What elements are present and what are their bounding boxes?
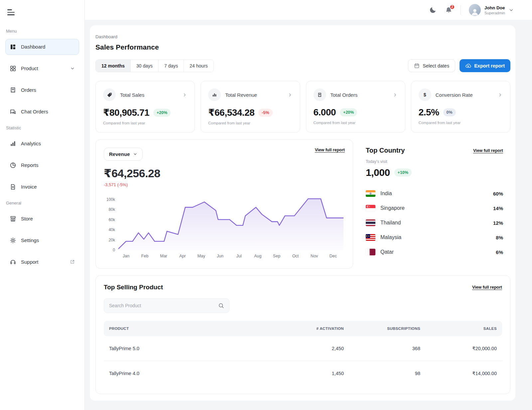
sidebar-item-settings[interactable]: Settings — [5, 232, 79, 248]
table-header-row: PRODUCT # ACTIVATION SUBSCRIPTIONS SALES — [104, 321, 502, 336]
cell-subscriptions: 98 — [349, 361, 426, 386]
sidebar-item-dashboard[interactable]: Dashboard — [5, 39, 79, 55]
dark-mode-toggle[interactable] — [429, 6, 437, 14]
sidebar-item-invoice[interactable]: Invoice — [5, 179, 79, 195]
sidebar-item-label: Orders — [21, 87, 36, 93]
revenue-view-full-report-link[interactable]: View full report — [315, 148, 345, 152]
sidebar-item-chat-orders[interactable]: Chat Orders — [5, 104, 79, 120]
stat-note: Compared from last year — [419, 121, 503, 125]
cell-product: TallyPrime 4.0 — [104, 361, 266, 386]
cell-sales: ₹20,000.00 — [426, 336, 502, 361]
store-icon — [10, 215, 16, 222]
cell-sales: ₹14,000.00 — [426, 361, 502, 386]
moon-icon — [429, 6, 437, 14]
sidebar-item-analytics[interactable]: Analytics — [5, 136, 79, 152]
bar-chart-icon — [208, 88, 221, 101]
country-row-qatar: Qatar 6% — [366, 245, 503, 259]
product-icon — [10, 65, 16, 72]
sidebar-item-support[interactable]: Support — [5, 254, 79, 270]
country-percent: 60% — [493, 191, 503, 197]
sidebar-item-label: Settings — [21, 237, 39, 243]
cell-subscriptions: 368 — [349, 336, 426, 361]
sidebar-item-product[interactable]: Product — [5, 61, 79, 76]
sidebar-item-label: Product — [21, 66, 66, 71]
headset-icon — [10, 259, 16, 265]
stat-cards: Total Sales ₹80,905.71 +20% Compared fro… — [95, 81, 510, 133]
country-percent: 12% — [493, 220, 503, 226]
stat-note: Compared from last year — [103, 121, 187, 125]
stat-details-button[interactable] — [393, 92, 398, 97]
sidebar-item-store[interactable]: Store — [5, 211, 79, 227]
metric-select[interactable]: Revenue — [104, 148, 143, 161]
user-menu[interactable]: John Doe Superadmin — [469, 4, 514, 16]
cell-product: TallyPrime 5.0 — [104, 336, 266, 361]
flag-india-icon — [366, 190, 375, 197]
hamburger-icon — [7, 9, 12, 10]
tab-30-days[interactable]: 30 days — [131, 60, 159, 72]
sidebar-item-label: Reports — [21, 162, 39, 168]
chevron-right-icon — [498, 92, 503, 97]
stat-details-button[interactable] — [288, 92, 293, 97]
visits-delta-badge: +10% — [394, 169, 412, 177]
top-country-panel: Top Country View full report Today’s vis… — [353, 139, 510, 269]
chevron-down-icon — [70, 66, 75, 71]
tab-12-months[interactable]: 12 months — [96, 60, 131, 72]
chat-icon — [10, 108, 16, 115]
select-dates-button[interactable]: Select dates — [408, 59, 455, 72]
stat-card-total-sales: Total Sales ₹80,905.71 +20% Compared fro… — [95, 81, 195, 133]
stat-delta-badge: +20% — [153, 109, 171, 117]
stat-note: Compared from last year — [208, 121, 292, 125]
cell-activation: 1,450 — [266, 361, 349, 386]
stat-label: Total Sales — [120, 92, 144, 98]
chevron-right-icon — [182, 92, 187, 97]
column-sales: SALES — [426, 321, 502, 336]
country-row-thailand: Thailand 12% — [366, 215, 503, 230]
topbar: 2 John Doe Superadmin — [85, 0, 532, 20]
topbar-divider — [461, 5, 461, 15]
page-header: Dashboard Sales Performance 12 months 30… — [90, 25, 515, 394]
search-input[interactable] — [109, 303, 215, 308]
avatar — [469, 4, 481, 16]
country-list: India 60% Singapore 14% — [366, 186, 503, 259]
sidebar-item-label: Dashboard — [21, 44, 45, 50]
tab-24-hours[interactable]: 24 hours — [184, 60, 213, 72]
sidebar-item-orders[interactable]: Orders — [5, 82, 79, 98]
stat-value: 2.5% — [419, 107, 439, 118]
gear-icon — [10, 237, 16, 244]
sidebar-item-reports[interactable]: Reports — [5, 157, 79, 173]
chart-y-axis: 100k80k 60k40k 20k0 — [104, 197, 115, 253]
tag-icon — [103, 88, 116, 101]
stat-delta-badge: -5% — [258, 109, 272, 117]
external-link-icon — [70, 259, 75, 264]
products-table: PRODUCT # ACTIVATION SUBSCRIPTIONS SALES… — [104, 321, 502, 386]
notifications-button[interactable]: 2 — [445, 6, 453, 14]
menu-toggle-button[interactable] — [7, 9, 15, 15]
stat-label: Conversion Rate — [436, 92, 473, 98]
stat-value: ₹80,905.71 — [103, 107, 149, 118]
table-row: TallyPrime 4.0 1,450 98 ₹14,000.00 — [104, 361, 502, 386]
time-range-tabs: 12 months 30 days 7 days 24 hours — [95, 60, 214, 72]
invoice-icon — [10, 184, 16, 190]
revenue-value: ₹64,256.28 — [104, 167, 345, 180]
sidebar-item-label: Store — [21, 216, 33, 221]
tab-7-days[interactable]: 7 days — [159, 60, 184, 72]
content: Dashboard Sales Performance 12 months 30… — [85, 20, 532, 410]
top-selling-product-card: Top Selling Product View full report PRO… — [95, 275, 510, 394]
stat-delta-badge: 0% — [443, 108, 456, 116]
products-view-full-report-link[interactable]: View full report — [472, 285, 502, 290]
notification-badge: 2 — [450, 4, 455, 10]
country-percent: 8% — [496, 235, 503, 240]
search-icon[interactable] — [218, 303, 224, 309]
flag-malaysia-icon — [366, 234, 375, 241]
sidebar-item-label: Invoice — [21, 184, 37, 190]
flag-qatar-icon — [366, 249, 375, 255]
export-report-button[interactable]: Export report — [460, 59, 510, 72]
sidebar-section-statistic: Statistic — [6, 125, 78, 130]
stat-details-button[interactable] — [182, 92, 187, 97]
main-area: 2 John Doe Superadmin — [85, 0, 532, 410]
analytics-icon — [10, 140, 16, 147]
cell-activation: 2,450 — [266, 336, 349, 361]
country-view-full-report-link[interactable]: View full report — [473, 148, 503, 153]
stat-details-button[interactable] — [498, 92, 503, 97]
sidebar-item-label: Support — [21, 259, 65, 265]
